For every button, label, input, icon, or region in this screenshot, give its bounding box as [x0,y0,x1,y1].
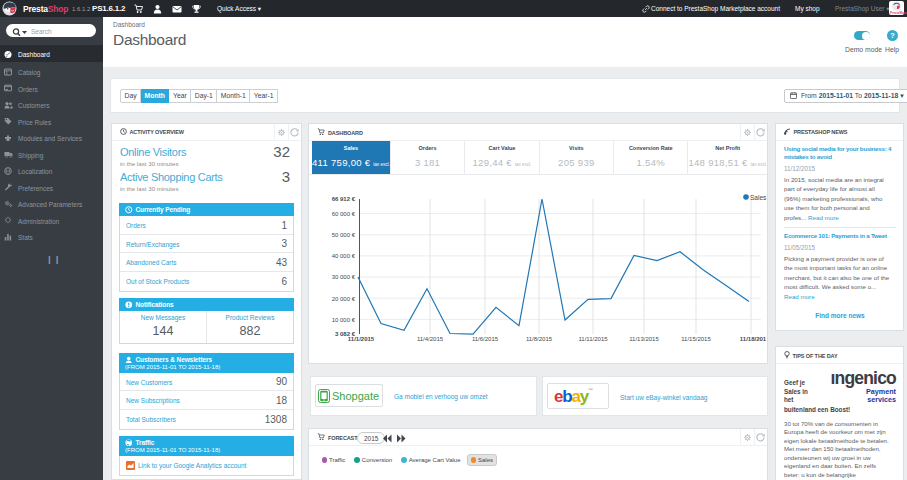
svg-text:11/18/201: 11/18/201 [740,336,767,342]
svg-text:11/6/2015: 11/6/2015 [472,336,499,342]
svg-text:11/13/2015: 11/13/2015 [629,336,659,342]
svg-text:11/8/2015: 11/8/2015 [526,336,553,342]
svg-text:11/11/2015: 11/11/2015 [578,336,608,342]
svg-text:11/1/2015: 11/1/2015 [348,336,375,342]
svg-text:50 000 €: 50 000 € [332,232,356,238]
svg-text:11/4/2015: 11/4/2015 [417,336,444,342]
svg-text:66 912 €: 66 912 € [332,196,356,202]
svg-text:40 000 €: 40 000 € [332,253,356,259]
svg-text:30 000 €: 30 000 € [332,274,356,280]
svg-text:60 000 €: 60 000 € [332,211,356,217]
svg-text:11/15/2015: 11/15/2015 [681,336,711,342]
svg-text:Sales: Sales [750,194,767,201]
svg-text:20 000 €: 20 000 € [332,296,356,302]
svg-text:10 000 €: 10 000 € [332,317,356,323]
